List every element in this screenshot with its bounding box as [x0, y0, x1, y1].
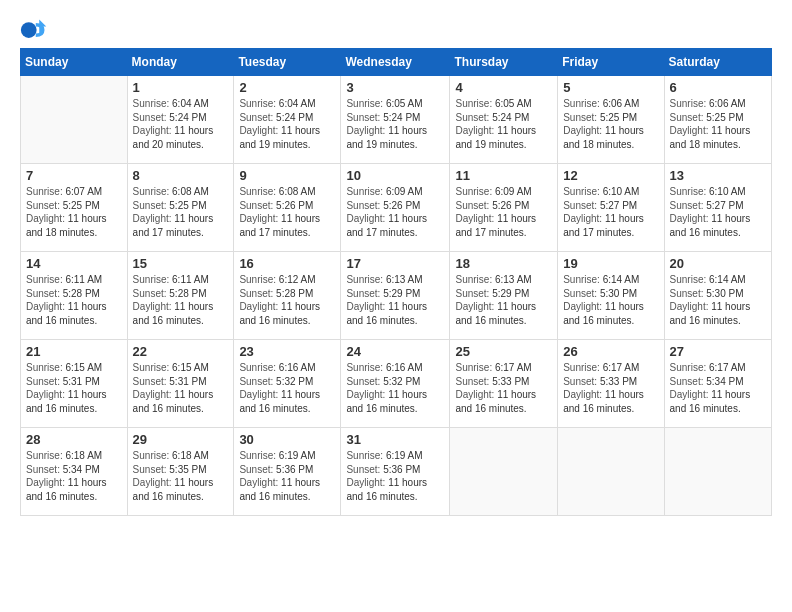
day-number: 15 [133, 256, 229, 271]
day-info: Sunrise: 6:13 AMSunset: 5:29 PMDaylight:… [455, 273, 552, 327]
header-cell-saturday: Saturday [664, 49, 771, 76]
calendar-cell [450, 428, 558, 516]
day-info: Sunrise: 6:08 AMSunset: 5:25 PMDaylight:… [133, 185, 229, 239]
header-cell-sunday: Sunday [21, 49, 128, 76]
calendar-cell [558, 428, 664, 516]
day-number: 4 [455, 80, 552, 95]
day-number: 8 [133, 168, 229, 183]
day-info: Sunrise: 6:04 AMSunset: 5:24 PMDaylight:… [239, 97, 335, 151]
day-info: Sunrise: 6:10 AMSunset: 5:27 PMDaylight:… [670, 185, 766, 239]
calendar-cell: 29Sunrise: 6:18 AMSunset: 5:35 PMDayligh… [127, 428, 234, 516]
day-info: Sunrise: 6:18 AMSunset: 5:34 PMDaylight:… [26, 449, 122, 503]
calendar-cell: 15Sunrise: 6:11 AMSunset: 5:28 PMDayligh… [127, 252, 234, 340]
day-info: Sunrise: 6:16 AMSunset: 5:32 PMDaylight:… [346, 361, 444, 415]
calendar-header: SundayMondayTuesdayWednesdayThursdayFrid… [21, 49, 772, 76]
day-number: 25 [455, 344, 552, 359]
calendar-table: SundayMondayTuesdayWednesdayThursdayFrid… [20, 48, 772, 516]
day-number: 17 [346, 256, 444, 271]
day-number: 14 [26, 256, 122, 271]
day-number: 26 [563, 344, 658, 359]
day-info: Sunrise: 6:17 AMSunset: 5:33 PMDaylight:… [563, 361, 658, 415]
calendar-cell: 4Sunrise: 6:05 AMSunset: 5:24 PMDaylight… [450, 76, 558, 164]
day-info: Sunrise: 6:13 AMSunset: 5:29 PMDaylight:… [346, 273, 444, 327]
calendar-cell: 1Sunrise: 6:04 AMSunset: 5:24 PMDaylight… [127, 76, 234, 164]
day-info: Sunrise: 6:04 AMSunset: 5:24 PMDaylight:… [133, 97, 229, 151]
header [20, 16, 772, 44]
logo-icon [20, 16, 48, 44]
day-info: Sunrise: 6:14 AMSunset: 5:30 PMDaylight:… [670, 273, 766, 327]
day-info: Sunrise: 6:19 AMSunset: 5:36 PMDaylight:… [346, 449, 444, 503]
day-number: 9 [239, 168, 335, 183]
calendar-cell: 5Sunrise: 6:06 AMSunset: 5:25 PMDaylight… [558, 76, 664, 164]
day-info: Sunrise: 6:12 AMSunset: 5:28 PMDaylight:… [239, 273, 335, 327]
day-number: 6 [670, 80, 766, 95]
day-info: Sunrise: 6:06 AMSunset: 5:25 PMDaylight:… [563, 97, 658, 151]
day-number: 24 [346, 344, 444, 359]
logo [20, 16, 52, 44]
day-info: Sunrise: 6:18 AMSunset: 5:35 PMDaylight:… [133, 449, 229, 503]
day-info: Sunrise: 6:15 AMSunset: 5:31 PMDaylight:… [26, 361, 122, 415]
day-number: 1 [133, 80, 229, 95]
calendar-cell: 23Sunrise: 6:16 AMSunset: 5:32 PMDayligh… [234, 340, 341, 428]
day-info: Sunrise: 6:08 AMSunset: 5:26 PMDaylight:… [239, 185, 335, 239]
calendar-cell: 21Sunrise: 6:15 AMSunset: 5:31 PMDayligh… [21, 340, 128, 428]
header-cell-thursday: Thursday [450, 49, 558, 76]
day-info: Sunrise: 6:15 AMSunset: 5:31 PMDaylight:… [133, 361, 229, 415]
calendar-cell: 27Sunrise: 6:17 AMSunset: 5:34 PMDayligh… [664, 340, 771, 428]
calendar-cell: 8Sunrise: 6:08 AMSunset: 5:25 PMDaylight… [127, 164, 234, 252]
calendar-body: 1Sunrise: 6:04 AMSunset: 5:24 PMDaylight… [21, 76, 772, 516]
day-info: Sunrise: 6:17 AMSunset: 5:33 PMDaylight:… [455, 361, 552, 415]
day-number: 7 [26, 168, 122, 183]
calendar-cell: 17Sunrise: 6:13 AMSunset: 5:29 PMDayligh… [341, 252, 450, 340]
day-number: 3 [346, 80, 444, 95]
header-cell-monday: Monday [127, 49, 234, 76]
calendar-cell: 18Sunrise: 6:13 AMSunset: 5:29 PMDayligh… [450, 252, 558, 340]
day-number: 5 [563, 80, 658, 95]
calendar-cell: 16Sunrise: 6:12 AMSunset: 5:28 PMDayligh… [234, 252, 341, 340]
calendar-cell: 31Sunrise: 6:19 AMSunset: 5:36 PMDayligh… [341, 428, 450, 516]
day-info: Sunrise: 6:07 AMSunset: 5:25 PMDaylight:… [26, 185, 122, 239]
header-cell-friday: Friday [558, 49, 664, 76]
calendar-cell: 26Sunrise: 6:17 AMSunset: 5:33 PMDayligh… [558, 340, 664, 428]
page: SundayMondayTuesdayWednesdayThursdayFrid… [0, 0, 792, 526]
calendar-cell: 20Sunrise: 6:14 AMSunset: 5:30 PMDayligh… [664, 252, 771, 340]
day-info: Sunrise: 6:09 AMSunset: 5:26 PMDaylight:… [455, 185, 552, 239]
day-number: 16 [239, 256, 335, 271]
day-info: Sunrise: 6:17 AMSunset: 5:34 PMDaylight:… [670, 361, 766, 415]
day-info: Sunrise: 6:16 AMSunset: 5:32 PMDaylight:… [239, 361, 335, 415]
calendar-cell: 22Sunrise: 6:15 AMSunset: 5:31 PMDayligh… [127, 340, 234, 428]
day-info: Sunrise: 6:10 AMSunset: 5:27 PMDaylight:… [563, 185, 658, 239]
calendar-cell: 11Sunrise: 6:09 AMSunset: 5:26 PMDayligh… [450, 164, 558, 252]
calendar-cell: 10Sunrise: 6:09 AMSunset: 5:26 PMDayligh… [341, 164, 450, 252]
calendar-cell: 19Sunrise: 6:14 AMSunset: 5:30 PMDayligh… [558, 252, 664, 340]
day-number: 30 [239, 432, 335, 447]
day-info: Sunrise: 6:11 AMSunset: 5:28 PMDaylight:… [133, 273, 229, 327]
day-number: 19 [563, 256, 658, 271]
calendar-week-4: 28Sunrise: 6:18 AMSunset: 5:34 PMDayligh… [21, 428, 772, 516]
calendar-cell: 3Sunrise: 6:05 AMSunset: 5:24 PMDaylight… [341, 76, 450, 164]
day-number: 10 [346, 168, 444, 183]
day-info: Sunrise: 6:06 AMSunset: 5:25 PMDaylight:… [670, 97, 766, 151]
calendar-cell: 7Sunrise: 6:07 AMSunset: 5:25 PMDaylight… [21, 164, 128, 252]
day-number: 18 [455, 256, 552, 271]
day-info: Sunrise: 6:19 AMSunset: 5:36 PMDaylight:… [239, 449, 335, 503]
day-info: Sunrise: 6:14 AMSunset: 5:30 PMDaylight:… [563, 273, 658, 327]
calendar-cell: 30Sunrise: 6:19 AMSunset: 5:36 PMDayligh… [234, 428, 341, 516]
day-info: Sunrise: 6:05 AMSunset: 5:24 PMDaylight:… [455, 97, 552, 151]
header-cell-tuesday: Tuesday [234, 49, 341, 76]
day-number: 13 [670, 168, 766, 183]
calendar-cell [21, 76, 128, 164]
calendar-week-2: 14Sunrise: 6:11 AMSunset: 5:28 PMDayligh… [21, 252, 772, 340]
day-info: Sunrise: 6:11 AMSunset: 5:28 PMDaylight:… [26, 273, 122, 327]
svg-point-0 [21, 22, 37, 38]
calendar-cell: 24Sunrise: 6:16 AMSunset: 5:32 PMDayligh… [341, 340, 450, 428]
day-number: 11 [455, 168, 552, 183]
calendar-cell: 9Sunrise: 6:08 AMSunset: 5:26 PMDaylight… [234, 164, 341, 252]
day-number: 28 [26, 432, 122, 447]
calendar-cell [664, 428, 771, 516]
day-number: 20 [670, 256, 766, 271]
day-number: 2 [239, 80, 335, 95]
day-number: 21 [26, 344, 122, 359]
calendar-cell: 6Sunrise: 6:06 AMSunset: 5:25 PMDaylight… [664, 76, 771, 164]
day-number: 22 [133, 344, 229, 359]
